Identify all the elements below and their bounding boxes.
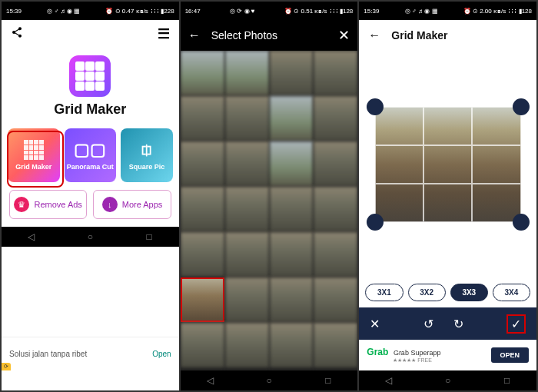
- nav-back-icon[interactable]: ◁: [377, 375, 400, 386]
- nav-bar: ◁ ○ □: [359, 370, 536, 390]
- status-time: 16:47: [185, 8, 201, 15]
- photo-thumbnail[interactable]: [181, 51, 224, 95]
- crop-icon: ⎅: [141, 140, 151, 160]
- nav-home-icon[interactable]: ○: [78, 231, 101, 242]
- photo-thumbnail[interactable]: [181, 232, 224, 277]
- tile-label: Panorama Cut: [67, 163, 114, 171]
- photo-thumbnail[interactable]: [270, 141, 314, 186]
- photo-thumbnail[interactable]: [181, 187, 224, 231]
- crop-handle-tl[interactable]: [367, 98, 384, 115]
- screen-home: 15:39 ◎ ♂ ♬ ◉ ▦ ⏰ ⊙ 0.47 ᴋʙ/s ⫶⫶⫶ ▮228 ☰…: [2, 2, 179, 390]
- page-title: Select Photos: [211, 29, 328, 42]
- status-sys-icons: ⏰ ⊙ 0.47 ᴋʙ/s ⫶⫶⫶ ▮228: [105, 8, 174, 15]
- photo-thumbnail[interactable]: [225, 51, 269, 95]
- photo-thumbnail[interactable]: [225, 187, 269, 231]
- photo-thumbnail[interactable]: [225, 323, 269, 367]
- nav-home-icon[interactable]: ○: [257, 375, 281, 386]
- ratio-3x2-button[interactable]: 3X2: [408, 284, 446, 301]
- status-app-icons: ◎ ⟳ ◉ ♥: [230, 8, 254, 15]
- nav-bar: ◁ ○ □: [2, 227, 179, 247]
- top-bar: ☰: [2, 20, 179, 48]
- more-apps-button[interactable]: ↓ More Apps: [93, 190, 171, 219]
- status-sys-icons: ⏰ ⊙ 2.00 ᴋʙ/s ⫶⫶⫶ ▮128: [463, 8, 532, 15]
- status-bar: 15:39 ◎ ♂ ♬ ◉ ▦ ⏰ ⊙ 0.47 ᴋʙ/s ⫶⫶⫶ ▮228: [2, 2, 179, 20]
- app-logo-icon: [69, 55, 111, 97]
- nav-recent-icon[interactable]: □: [138, 231, 161, 242]
- square-pic-tile[interactable]: ⎅ Square Pic: [121, 128, 173, 182]
- action-bar: ✕ ↺ ↻ ✓: [359, 307, 536, 340]
- nav-back-icon[interactable]: ◁: [198, 375, 221, 386]
- photo-thumbnail[interactable]: [181, 323, 224, 367]
- status-sys-icons: ⏰ ⊙ 0.51 ᴋʙ/s ⫶⫶⫶ ▮128: [284, 8, 353, 15]
- nav-bar: ◁ ○ □: [181, 370, 358, 390]
- ad-open-link[interactable]: Open: [152, 350, 171, 358]
- ad-text: Solusi jalan tanpa ribet: [9, 350, 87, 358]
- download-icon: ↓: [102, 197, 118, 212]
- photo-thumbnail[interactable]: [270, 187, 314, 231]
- crop-image[interactable]: [375, 107, 521, 222]
- crop-canvas: [359, 51, 536, 277]
- photo-thumbnail[interactable]: [314, 51, 357, 95]
- crop-handle-br[interactable]: [513, 214, 530, 231]
- ad-choices-icon[interactable]: ⟳: [2, 363, 11, 370]
- photo-thumbnail[interactable]: [270, 232, 314, 277]
- status-app-icons: ◎ ♂ ♬ ◉ ▦: [405, 8, 438, 15]
- button-label: More Apps: [122, 200, 163, 209]
- nav-back-icon[interactable]: ◁: [19, 231, 42, 242]
- photo-thumbnail[interactable]: [314, 141, 357, 186]
- photo-thumbnail[interactable]: [314, 323, 357, 367]
- panorama-cut-tile[interactable]: ▢▢ Panorama Cut: [65, 128, 117, 182]
- ad-banner[interactable]: Solusi jalan tanpa ribet Open: [2, 337, 179, 370]
- ratio-3x1-button[interactable]: 3X1: [365, 284, 403, 301]
- close-icon[interactable]: ✕: [338, 27, 350, 44]
- photo-thumbnail[interactable]: [225, 141, 269, 186]
- photo-thumbnail[interactable]: [314, 277, 357, 322]
- photo-thumbnail[interactable]: [270, 96, 314, 141]
- photo-thumbnail[interactable]: [270, 51, 314, 95]
- back-arrow-icon[interactable]: ←: [368, 28, 380, 42]
- screen-crop: 15:39 ◎ ♂ ♬ ◉ ▦ ⏰ ⊙ 2.00 ᴋʙ/s ⫶⫶⫶ ▮128 ←…: [359, 2, 536, 390]
- photo-thumbnail[interactable]: [314, 96, 357, 141]
- top-bar: ← Grid Maker: [359, 20, 536, 51]
- page-title: Grid Maker: [391, 29, 447, 42]
- photo-thumbnail[interactable]: [270, 277, 314, 322]
- confirm-check-icon[interactable]: ✓: [506, 314, 526, 334]
- photo-thumbnail[interactable]: [225, 232, 269, 277]
- remove-ads-button[interactable]: ♛ Remove Ads: [9, 190, 87, 219]
- grid-maker-tile[interactable]: Grid Maker: [8, 128, 60, 182]
- photo-thumbnail[interactable]: [314, 187, 357, 231]
- crop-handle-tr[interactable]: [513, 98, 530, 115]
- feature-tiles: Grid Maker ▢▢ Panorama Cut ⎅ Square Pic: [2, 128, 179, 182]
- hamburger-icon[interactable]: ☰: [158, 25, 170, 42]
- grid-icon: [24, 140, 44, 160]
- secondary-buttons: ♛ Remove Ads ↓ More Apps: [2, 182, 179, 227]
- photo-thumbnail[interactable]: [225, 96, 269, 141]
- nav-home-icon[interactable]: ○: [437, 375, 460, 386]
- ratio-selector: 3X1 3X2 3X3 3X4: [359, 277, 536, 307]
- status-bar: 15:39 ◎ ♂ ♬ ◉ ▦ ⏰ ⊙ 2.00 ᴋʙ/s ⫶⫶⫶ ▮128: [359, 2, 536, 20]
- rotate-right-icon[interactable]: ↻: [453, 317, 463, 331]
- back-arrow-icon[interactable]: ←: [188, 28, 201, 42]
- photo-thumbnail[interactable]: [314, 232, 357, 277]
- ad-open-button[interactable]: OPEN: [491, 347, 530, 363]
- nav-recent-icon[interactable]: □: [496, 375, 519, 386]
- ad-banner[interactable]: Grab Grab Superapp ★★★★★ FREE OPEN: [359, 340, 536, 370]
- photo-thumbnail[interactable]: [270, 323, 314, 367]
- panorama-icon: ▢▢: [74, 140, 106, 160]
- photo-thumbnail-selected[interactable]: [181, 277, 224, 322]
- status-bar: 16:47 ◎ ⟳ ◉ ♥ ⏰ ⊙ 0.51 ᴋʙ/s ⫶⫶⫶ ▮128: [181, 2, 358, 20]
- share-icon[interactable]: [11, 26, 23, 42]
- ad-subtext: ★★★★★ FREE: [393, 357, 440, 364]
- crop-handle-bl[interactable]: [367, 214, 384, 231]
- nav-recent-icon[interactable]: □: [317, 375, 340, 386]
- top-bar: ← Select Photos ✕: [181, 20, 358, 51]
- ratio-3x3-button[interactable]: 3X3: [450, 284, 488, 301]
- photo-grid: [181, 51, 358, 370]
- ratio-3x4-button[interactable]: 3X4: [493, 284, 530, 301]
- photo-thumbnail[interactable]: [225, 277, 269, 322]
- button-label: Remove Ads: [34, 200, 81, 209]
- photo-thumbnail[interactable]: [181, 96, 224, 141]
- photo-thumbnail[interactable]: [181, 141, 224, 186]
- rotate-left-icon[interactable]: ↺: [423, 317, 433, 331]
- cancel-icon[interactable]: ✕: [370, 317, 380, 331]
